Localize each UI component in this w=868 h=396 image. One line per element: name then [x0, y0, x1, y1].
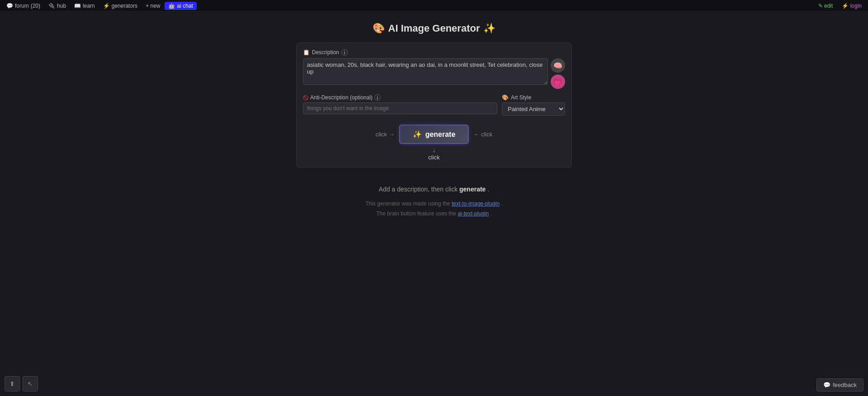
description-row: 🧠 💗 — [303, 58, 565, 89]
click-below-label: click — [428, 154, 439, 161]
nav-item-forum[interactable]: 💬 forum (20) — [3, 2, 44, 10]
style-icon: 💗 — [553, 78, 562, 86]
hub-icon: 🔌 — [48, 3, 55, 9]
brain-button[interactable]: 🧠 — [551, 58, 565, 73]
click-left-label: click → — [376, 131, 395, 138]
anti-description-label-text: Anti-Description (optional) — [310, 94, 373, 101]
feedback-chat-icon: 💬 — [823, 382, 830, 388]
art-style-label-icon: 🎨 — [502, 94, 509, 101]
generate-row: click → ✨ generate ← click — [303, 125, 565, 144]
down-arrow-icon: ↓ — [432, 146, 436, 154]
credits-line1: This generator was made using the text-t… — [365, 199, 503, 209]
nav-label-generators: generators — [112, 3, 137, 9]
brain-icon: 🧠 — [553, 61, 562, 70]
main-content: 🎨 AI Image Generator ✨ 📋 Description ℹ 🧠… — [0, 12, 868, 219]
click-below-section: ↓ click — [303, 146, 565, 161]
credits-line2-prefix: The brain button feature uses the — [376, 210, 456, 217]
new-label: + new — [146, 3, 160, 9]
credits-section: This generator was made using the text-t… — [365, 199, 503, 219]
prompt-hint: Add a description, then click generate . — [379, 186, 489, 193]
style-button[interactable]: 💗 — [551, 75, 565, 89]
anti-description-label: 🚫 Anti-Description (optional) ℹ — [303, 94, 497, 101]
credits-line1-suffix: . — [501, 200, 502, 207]
art-style-section: 🎨 Art Style Painted AnimeRealisticDigita… — [502, 94, 565, 116]
title-paint-icon: 🎨 — [373, 23, 385, 34]
nav-label-learn: learn — [83, 3, 95, 9]
anti-description-info-icon[interactable]: ℹ — [374, 94, 381, 101]
forum-icon: 💬 — [6, 3, 13, 9]
nav-item-ai-chat[interactable]: 🤖 ai chat — [165, 2, 196, 10]
art-style-label: 🎨 Art Style — [502, 94, 565, 101]
credits-line1-prefix: This generator was made using the — [365, 200, 450, 207]
credits-line2-suffix: . — [490, 210, 491, 217]
feedback-button[interactable]: 💬 feedback — [816, 378, 863, 391]
hint-bold: generate — [459, 186, 486, 193]
ai-text-plugin-link[interactable]: ai-text-plugin — [458, 210, 489, 217]
description-label: 📋 Description ℹ — [303, 49, 565, 56]
ai-chat-icon: 🤖 — [168, 3, 175, 9]
credits-line2: The brain button feature uses the ai-tex… — [365, 209, 503, 219]
scroll-top-icon: ⬆ — [9, 380, 15, 387]
learn-icon: 📖 — [74, 3, 81, 9]
page-title: 🎨 AI Image Generator ✨ — [373, 23, 496, 34]
art-style-select[interactable]: Painted AnimeRealisticDigital ArtSketchW… — [502, 102, 565, 116]
bottom-left-buttons: ⬆ ↖ — [5, 376, 38, 391]
cursor-icon: ↖ — [28, 380, 33, 387]
feedback-label: feedback — [833, 382, 857, 388]
hint-prefix: Add a description, then click — [379, 186, 458, 193]
top-navigation: 💬 forum (20) 🔌 hub 📖 learn ⚡ generators … — [0, 0, 868, 12]
anti-dot-icon: 🚫 — [303, 95, 308, 100]
description-input[interactable] — [303, 58, 548, 85]
title-text: AI Image Generator — [388, 23, 480, 34]
login-button[interactable]: ⚡ login — [838, 2, 865, 10]
hint-suffix: . — [487, 186, 489, 193]
generate-sparkle-icon: ✨ — [413, 130, 422, 139]
nav-item-hub[interactable]: 🔌 hub — [45, 2, 70, 10]
nav-item-generators[interactable]: ⚡ generators — [99, 2, 141, 10]
nav-item-new[interactable]: + new — [142, 2, 164, 10]
nav-label-forum: forum — [15, 3, 29, 9]
art-style-label-text: Art Style — [511, 94, 531, 101]
anti-description-section: 🚫 Anti-Description (optional) ℹ — [303, 94, 497, 114]
nav-item-learn[interactable]: 📖 learn — [71, 2, 99, 10]
description-info-icon[interactable]: ℹ — [341, 49, 348, 56]
generator-card: 📋 Description ℹ 🧠 💗 🚫 Anti-Desc — [296, 42, 572, 168]
nav-label-ai-chat: ai chat — [177, 3, 193, 9]
scroll-top-button[interactable]: ⬆ — [5, 376, 20, 391]
generators-icon: ⚡ — [103, 3, 110, 9]
generate-button-label: generate — [425, 130, 456, 139]
anti-description-input[interactable] — [303, 102, 497, 114]
text-to-image-plugin-link[interactable]: text-to-image-plugin — [452, 200, 500, 207]
click-right-label: ← click — [473, 131, 492, 138]
nav-label-hub: hub — [57, 3, 66, 9]
forum-count: (20) — [31, 3, 40, 9]
edit-button[interactable]: ✎ edit — [815, 2, 837, 10]
description-label-icon: 📋 — [303, 49, 310, 56]
options-row: 🚫 Anti-Description (optional) ℹ 🎨 Art St… — [303, 94, 565, 116]
cursor-button[interactable]: ↖ — [23, 376, 38, 391]
generate-button[interactable]: ✨ generate — [399, 125, 469, 144]
description-label-text: Description — [312, 49, 339, 56]
title-sparkle-icon: ✨ — [483, 23, 495, 34]
description-buttons: 🧠 💗 — [551, 58, 565, 89]
